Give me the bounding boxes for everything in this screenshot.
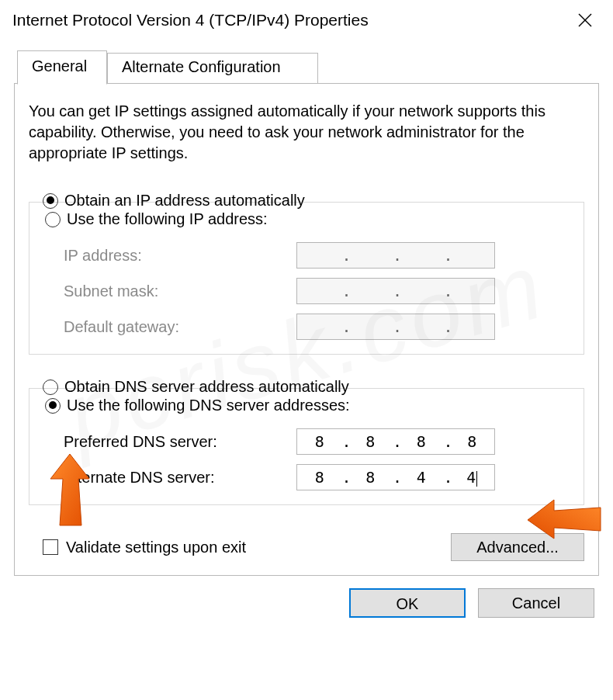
field-ip-address: IP address: . . . [42,237,571,273]
close-button[interactable] [570,13,601,27]
tab-strip: General Alternate Configuration [14,50,599,84]
close-icon [578,13,592,27]
dns-settings-group: Obtain DNS server address automatically … [29,376,584,505]
field-preferred-dns: Preferred DNS server: 8. 8. 8. 8 [42,424,571,459]
text-caret [476,471,477,487]
ip-settings-group: Obtain an IP address automatically Use t… [29,190,584,355]
subnet-mask-input: . . . [296,278,495,304]
field-label: Preferred DNS server: [64,433,296,451]
radio-use-ip[interactable]: Use the following IP address: [42,209,571,231]
field-label: Default gateway: [64,318,296,336]
tab-general[interactable]: General [17,50,107,85]
advanced-button[interactable]: Advanced... [451,533,584,561]
radio-label: Obtain DNS server address automatically [64,378,349,396]
tab-alternate-configuration[interactable]: Alternate Configuration [107,53,318,84]
title-bar: Internet Protocol Version 4 (TCP/IPv4) P… [0,0,613,40]
radio-label: Use the following DNS server addresses: [67,397,350,414]
radio-icon [45,212,61,227]
panel-general: You can get IP settings assigned automat… [14,84,599,576]
cancel-button[interactable]: Cancel [478,588,594,618]
field-subnet-mask: Subnet mask: . . . [42,273,571,309]
alternate-dns-input[interactable]: 8. 8. 4. 4 [296,464,495,490]
field-default-gateway: Default gateway: . . . [42,309,571,345]
radio-label: Use the following IP address: [67,210,268,228]
validate-checkbox[interactable] [43,539,58,555]
gateway-input: . . . [296,314,495,340]
radio-icon [45,398,61,414]
dialog-footer: OK Cancel [0,576,613,618]
field-label: Alternate DNS server: [64,469,296,487]
validate-row: Validate settings upon exit Advanced... [29,527,584,561]
window-title: Internet Protocol Version 4 (TCP/IPv4) P… [12,11,570,29]
field-label: IP address: [64,247,296,265]
validate-label: Validate settings upon exit [66,539,246,556]
field-label: Subnet mask: [64,282,296,300]
preferred-dns-input[interactable]: 8. 8. 8. 8 [296,428,495,455]
radio-icon [43,379,58,395]
radio-icon [43,193,58,209]
dns-manual-fieldset: Use the following DNS server addresses: … [29,388,584,505]
ok-button[interactable]: OK [349,588,466,618]
radio-label: Obtain an IP address automatically [64,192,305,210]
field-alternate-dns: Alternate DNS server: 8. 8. 4. 4 [42,459,571,495]
intro-text: You can get IP settings assigned automat… [29,101,584,164]
ip-manual-fieldset: Use the following IP address: IP address… [29,202,584,355]
ip-address-input: . . . [296,242,495,269]
radio-use-dns[interactable]: Use the following DNS server addresses: [42,395,571,418]
